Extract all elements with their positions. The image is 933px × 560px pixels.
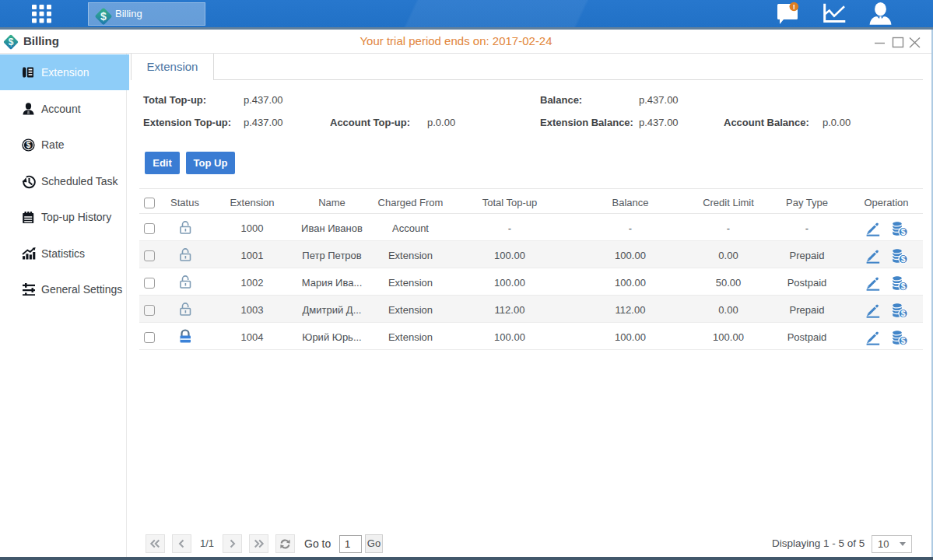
svg-text:$: $ [26,141,31,149]
svg-text:!: ! [793,2,795,11]
svg-text:$: $ [100,10,107,23]
